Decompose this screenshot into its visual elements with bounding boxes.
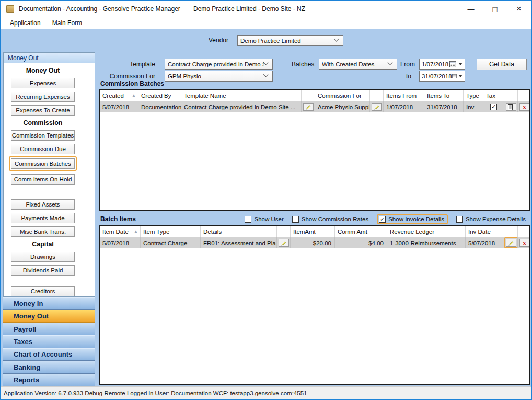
cell-created-by: Documentation	[138, 101, 181, 112]
column-header-tax[interactable]: Tax	[483, 90, 504, 101]
sidebar-button-recurring-expenses[interactable]: Recurring Expenses	[11, 92, 75, 102]
pencil-icon	[373, 104, 380, 110]
close-button[interactable]: ×	[507, 1, 531, 17]
sidebar-button-commission-due[interactable]: Commission Due	[11, 144, 75, 154]
from-date-picker[interactable]: 1/07/2018	[419, 59, 465, 70]
batch-item-row[interactable]: 5/07/2018 Contract Charge FR01: Assessme…	[100, 237, 529, 248]
column-header-delete	[518, 90, 530, 101]
status-text: Application Version: 6.7.0.933 Debug Rem…	[4, 390, 307, 396]
column-header-item-type[interactable]: Item Type	[141, 226, 201, 237]
group-heading-money-out: Money Out	[4, 67, 82, 75]
column-header-details[interactable]: Details	[201, 226, 277, 237]
column-header-edit	[277, 226, 291, 237]
column-header-invoice	[504, 90, 518, 101]
pencil-icon	[305, 104, 311, 110]
to-label: to	[406, 73, 411, 80]
sidebar-button-dividends-paid[interactable]: Dividends Paid	[11, 265, 75, 276]
commission-batch-row[interactable]: 5/07/2018 Documentation Contract Charge …	[100, 101, 529, 112]
tax-checkbox[interactable]: ✓	[490, 104, 497, 110]
sidebar-button-fixed-assets[interactable]: Fixed Assets	[11, 199, 75, 210]
column-header-label: Item Date	[102, 228, 129, 235]
edit-item-button[interactable]	[506, 239, 516, 247]
view-invoice-button[interactable]	[506, 103, 516, 111]
template-label: Template	[100, 61, 155, 68]
menu-application[interactable]: Application	[5, 18, 45, 28]
from-date-value: 1/07/2018	[422, 61, 449, 67]
group-gap	[4, 188, 82, 196]
nav-taxes[interactable]: Taxes	[3, 335, 95, 348]
column-header-edit	[370, 90, 384, 101]
edit-commission-for-button[interactable]	[372, 103, 382, 111]
nav-chart-of-accounts[interactable]: Chart of Accounts	[3, 348, 95, 361]
nav-banking[interactable]: Banking	[3, 361, 95, 373]
sidebar-button-creditors[interactable]: Creditors	[11, 286, 75, 296]
cell-invoice	[504, 101, 518, 112]
column-header-inv-date[interactable]: Inv Date	[466, 226, 504, 237]
template-select[interactable]: Contract Charge provided in Demo Site	[165, 59, 273, 70]
delete-batch-button[interactable]: X	[519, 103, 530, 111]
sidebar-button-commission-templates[interactable]: Commission Templates	[11, 130, 75, 141]
cell-edit	[277, 237, 291, 248]
cell-item-amt: $20.00	[291, 237, 335, 248]
column-header-commission-for[interactable]: Commission For	[315, 90, 370, 101]
sort-asc-icon: ▲	[134, 229, 138, 234]
show-invoice-details-checkbox[interactable]: ✓	[379, 216, 386, 223]
section-nav: Money In Money Out Payroll Taxes Chart o…	[3, 297, 95, 386]
commission-for-value: GPM Physio	[168, 73, 264, 79]
column-header-type[interactable]: Type	[464, 90, 483, 101]
option-show-user: Show User	[245, 216, 283, 223]
maximize-button[interactable]: □	[483, 1, 507, 17]
commission-for-select[interactable]: GPM Physio	[165, 71, 273, 82]
vendor-select[interactable]: Demo Practice Limited	[237, 35, 343, 46]
minimize-button[interactable]: —	[459, 1, 483, 17]
sidebar-button-commission-batches[interactable]: Commission Batches	[11, 158, 75, 169]
batches-select[interactable]: With Created Dates	[319, 59, 397, 70]
cell-edit	[504, 237, 518, 248]
sidebar-button-expenses-to-create[interactable]: Expenses To Create	[11, 105, 75, 116]
nav-money-out[interactable]: Money Out	[3, 310, 95, 322]
to-date-picker[interactable]: 31/07/2018	[419, 71, 465, 82]
column-header-item-date[interactable]: Item Date▲	[100, 226, 141, 237]
batch-items-grid: Item Date▲ Item Type Details ItemAmt Com…	[99, 225, 530, 385]
show-user-checkbox[interactable]	[245, 216, 251, 223]
show-commission-rates-checkbox[interactable]	[292, 216, 299, 223]
edit-template-button[interactable]	[303, 103, 314, 111]
menu-main-form[interactable]: Main Form	[48, 18, 87, 28]
edit-details-button[interactable]	[279, 239, 289, 247]
sidebar-button-expenses[interactable]: Expenses	[11, 78, 75, 88]
group-heading-capital: Capital	[4, 241, 82, 248]
get-data-button[interactable]: Get Data	[477, 59, 527, 70]
column-header-items-to[interactable]: Items To	[424, 90, 464, 101]
column-header-revenue-ledger[interactable]: Revenue Ledger	[387, 226, 466, 237]
sidebar-button-payments-made[interactable]: Payments Made	[11, 213, 75, 223]
status-bar: Application Version: 6.7.0.933 Debug Rem…	[1, 386, 531, 399]
sidebar-button-drawings[interactable]: Drawings	[11, 252, 75, 262]
nav-money-in[interactable]: Money In	[3, 297, 95, 310]
column-header-created-by[interactable]: Created By	[138, 90, 181, 101]
cell-item-type: Contract Charge	[141, 237, 201, 248]
cell-revenue-ledger: 1-3000-Reimbursements	[387, 237, 466, 248]
column-header-created[interactable]: Created▲	[100, 90, 138, 101]
column-header-item-amt[interactable]: ItemAmt	[291, 226, 335, 237]
sidebar-button-misc-bank-trans[interactable]: Misc Bank Trans.	[11, 226, 75, 237]
from-label: From	[400, 61, 415, 68]
option-show-invoice-details: ✓ Show Invoice Details	[377, 214, 448, 224]
cell-template-name: Contract Charge provided in Demo Site ..…	[181, 101, 302, 112]
grid-header-row: Created▲ Created By Template Name Commis…	[100, 90, 529, 101]
option-label: Show Invoice Details	[388, 216, 444, 222]
chevron-down-icon	[263, 60, 269, 65]
column-header-edit	[504, 226, 518, 237]
to-date-value: 31/07/2018	[422, 73, 452, 79]
column-header-comm-amt[interactable]: Comm Amt	[335, 226, 387, 237]
column-header-template-name[interactable]: Template Name	[181, 90, 302, 101]
window-title: Documentation - Accounting - Gensolve Pr…	[19, 5, 180, 13]
column-header-edit	[302, 90, 315, 101]
nav-payroll[interactable]: Payroll	[3, 323, 95, 335]
cell-type: Inv	[464, 101, 483, 112]
sidebar-button-comm-items-on-hold[interactable]: Comm Items On Hold	[11, 174, 75, 185]
column-header-items-from[interactable]: Items From	[384, 90, 424, 101]
show-expense-details-checkbox[interactable]	[456, 216, 463, 223]
commission-for-label: Commission For	[100, 73, 155, 80]
delete-item-button[interactable]: X	[519, 239, 530, 247]
nav-reports[interactable]: Reports	[3, 374, 95, 386]
